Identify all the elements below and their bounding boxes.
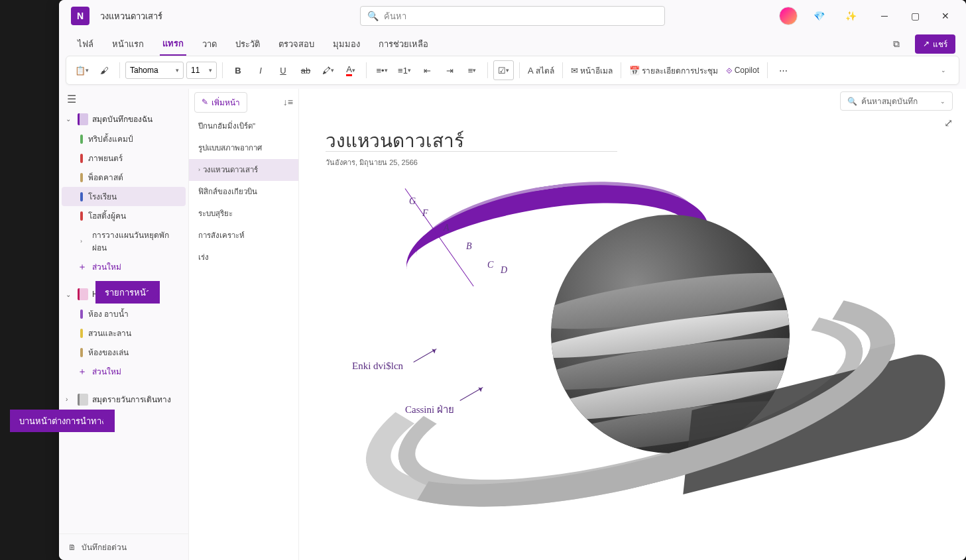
tab-insert[interactable]: แทรก [160, 32, 186, 56]
saturn-illustration: G F A B C D Enki dvi$lcn Cassini ฝ่าย [339, 182, 922, 560]
notebook-header-3[interactable]: › สมุดรายวันการเดินทาง [59, 389, 188, 410]
sort-pages-button[interactable]: ↓≡ [283, 97, 293, 107]
nav-toggle-button[interactable]: ☰ [67, 93, 76, 105]
pages-sidebar: ✎ เพิ่มหน้า ↓≡ ปีกนกฮัมมิ่งเบิร์ด" รูปแบ… [189, 89, 299, 560]
section-school[interactable]: โรงเรียน [62, 187, 186, 206]
align-button[interactable]: ≡▾ [462, 60, 482, 80]
font-family-select[interactable]: Tahoma▾ [125, 62, 184, 79]
edit-icon: ✎ [202, 97, 208, 107]
content-area: ☰ ⌄ สมุดบันทึกของฉัน ทริปตั้งแคมป์ ภาพยน… [59, 89, 966, 560]
chevron-right-icon: › [66, 396, 74, 403]
annotation-cassini: Cassini ฝ่าย [405, 402, 454, 418]
section-podcasts[interactable]: พ็อดคาสต์ [59, 168, 188, 187]
font-color-button[interactable]: A▾ [341, 60, 361, 80]
outdent-button[interactable]: ⇤ [417, 60, 437, 80]
search-box[interactable]: 🔍 ค้นหา [360, 6, 665, 26]
notebook-icon [78, 113, 88, 125]
app-icon: N [71, 7, 90, 25]
ring-label-a: A [444, 223, 450, 233]
section-playroom[interactable]: ห้องของเล่น [59, 343, 188, 362]
share-button[interactable]: ↗ แชร์ [915, 34, 955, 54]
expand-canvas-button[interactable]: ⤢ [944, 117, 953, 129]
chevron-down-icon: ⌄ [940, 98, 945, 105]
share-label: แชร์ [933, 38, 947, 50]
bullets-button[interactable]: ≡•▾ [372, 60, 392, 80]
avatar[interactable] [779, 7, 798, 25]
bold-button[interactable]: B [228, 60, 248, 80]
page-item[interactable]: ระบบสุริยะ [189, 203, 298, 225]
page-item-selected[interactable]: ›วงแหวนดาวเสาร์ [189, 159, 298, 181]
ring-label-b: B [466, 241, 472, 252]
callout-pages-list: รายการหน้า [95, 281, 160, 304]
note-canvas[interactable]: 🔍 ค้นหาสมุดบันทึก ⌄ ⤢ วงแหวนดาวเสาร์ วัน… [299, 89, 966, 560]
sparkle-icon[interactable]: ✨ [837, 3, 864, 29]
tab-review[interactable]: ตรวจสอบ [276, 33, 317, 55]
notebook-icon [78, 394, 88, 406]
unfiled-notes-button[interactable]: 🗎 บันทึกย่อด่วน [59, 533, 188, 560]
tab-help[interactable]: การช่วยเหลือ [376, 33, 431, 55]
close-button[interactable]: ✕ [930, 3, 961, 29]
onenote-window: N วงแหวนดาวเสาร์ 🔍 ค้นหา 💎 ✨ ─ ▢ ✕ ไฟล์ … [59, 0, 966, 560]
page-item[interactable]: ปีกนกฮัมมิ่งเบิร์ด" [189, 115, 298, 137]
paste-button[interactable]: 📋▾ [72, 60, 91, 80]
premium-icon[interactable]: 💎 [806, 3, 832, 29]
meeting-details-button[interactable]: 📅รายละเอียดการประชุม [627, 60, 721, 80]
callout-nav-pane: บานหน้าต่างการนำทาง [10, 410, 115, 432]
notebook-header-1[interactable]: ⌄ สมุดบันทึกของฉัน [59, 109, 188, 129]
format-painter-button[interactable]: 🖌 [94, 60, 114, 80]
tab-draw[interactable]: วาด [200, 33, 219, 55]
page-date: วันอังคาร, มิถุนายน 25, 2566 [326, 156, 418, 168]
search-placeholder: ค้นหา [384, 9, 406, 23]
add-section-button-2[interactable]: ＋ส่วนใหม่ [59, 362, 188, 381]
search-icon: 🔍 [367, 11, 379, 21]
ribbon-expand-button[interactable]: ⌄ [934, 60, 953, 80]
tab-history[interactable]: ประวัติ [233, 33, 263, 55]
copilot-icon: ⟐ [726, 64, 733, 76]
arrow-icon [413, 349, 436, 363]
page-item[interactable]: การสังเคราะห์ [189, 225, 298, 247]
font-size-select[interactable]: 11▾ [186, 62, 217, 79]
share-icon: ↗ [923, 39, 930, 48]
maximize-button[interactable]: ▢ [900, 3, 930, 29]
page-item[interactable]: เร่ง [189, 247, 298, 268]
email-page-button[interactable]: ✉หน้าอีเมล [568, 60, 615, 80]
italic-button[interactable]: I [251, 60, 271, 80]
document-title: วงแหวนดาวเสาร์ [100, 9, 162, 23]
page-item[interactable]: ฟิสิกส์ของเกียวบิน [189, 181, 298, 203]
strikethrough-button[interactable]: ab [296, 60, 316, 80]
section-garden[interactable]: สวนและลาน [59, 323, 188, 343]
todo-tag-button[interactable]: ☑▾ [493, 60, 514, 80]
page-item[interactable]: รูปแบบสภาพอากาศ [189, 137, 298, 159]
more-options-button[interactable]: ⋯ [773, 60, 793, 80]
notebook-sidebar: ⌄ สมุดบันทึกของฉัน ทริปตั้งแคมป์ ภาพยนตร… [59, 89, 189, 560]
minimize-button[interactable]: ─ [869, 3, 900, 29]
chevron-down-icon: ⌄ [66, 115, 74, 123]
fullscreen-icon[interactable]: ⧉ [883, 30, 910, 57]
search-notes-box[interactable]: 🔍 ค้นหาสมุดบันทึก ⌄ [840, 91, 953, 111]
indent-button[interactable]: ⇥ [440, 60, 459, 80]
ribbon-toolbar: 📋▾ 🖌 Tahoma▾ 11▾ B I U ab 🖍▾ A▾ ≡•▾ ≡1▾ … [66, 56, 959, 85]
highlight-button[interactable]: 🖍▾ [318, 60, 338, 80]
title-underline [326, 151, 617, 152]
tab-home[interactable]: หน้าแรก [109, 33, 147, 55]
numbering-button[interactable]: ≡1▾ [394, 60, 414, 80]
underline-button[interactable]: U [273, 60, 293, 80]
add-page-button[interactable]: ✎ เพิ่มหน้า [194, 92, 247, 113]
ring-label-f: F [422, 208, 428, 219]
section-group-vacation[interactable]: ›การวางแผนวันหยุดพักผ่อน [59, 225, 188, 257]
section-hosting[interactable]: โฮสติ้งผู้คน [59, 206, 188, 225]
ring-label-g: G [409, 196, 416, 207]
annotation-enki: Enki dvi$lcn [352, 361, 403, 372]
styles-button[interactable]: Aสไตล์ [525, 60, 557, 80]
chevron-right-icon: › [198, 166, 200, 173]
add-section-button-1[interactable]: ＋ส่วนใหม่ [59, 257, 188, 276]
search-icon: 🔍 [847, 97, 857, 106]
copilot-button[interactable]: ⟐Copilot [723, 60, 762, 80]
tab-view[interactable]: มุมมอง [330, 33, 363, 55]
chevron-down-icon: ⌄ [66, 291, 74, 298]
tab-file[interactable]: ไฟล์ [75, 33, 96, 55]
section-movies[interactable]: ภาพยนตร์ [59, 148, 188, 168]
section-camping[interactable]: ทริปตั้งแคมป์ [59, 129, 188, 148]
ring-label-c: C [487, 260, 493, 270]
section-bathroom[interactable]: ห้อง อาบน้ำ [59, 304, 188, 323]
